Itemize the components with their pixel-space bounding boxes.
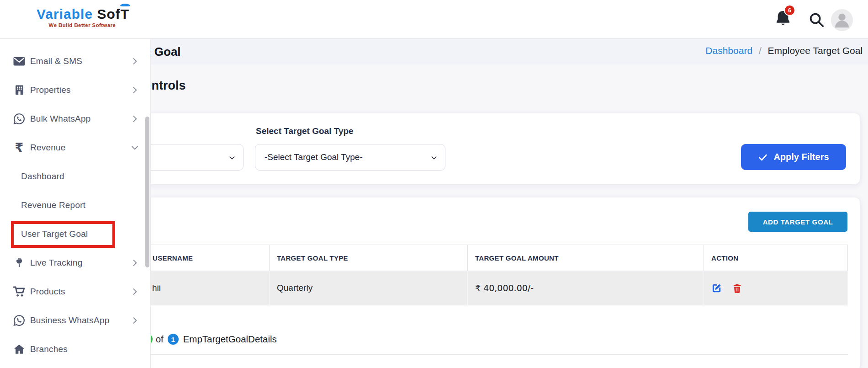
sidebar-item-label: Business WhatsApp — [30, 315, 109, 325]
chevron-right-icon — [130, 258, 139, 267]
column-header-username: USERNAME — [145, 245, 270, 271]
target-goal-table-card: ADD TARGET GOAL USERNAME TARGET GOAL TYP… — [64, 197, 860, 368]
sidebar-item-business-whatsapp[interactable]: Business WhatsApp — [0, 306, 150, 335]
sidebar-item-revenue-dashboard[interactable]: Dashboard — [0, 162, 150, 191]
whatsapp-icon — [12, 112, 26, 126]
table-header-row: USERNAME TARGET GOAL TYPE TARGET GOAL AM… — [145, 245, 848, 271]
table-summary: of 1 EmpTargetGoalDetails — [142, 333, 277, 345]
sidebar-item-products[interactable]: Products — [0, 277, 150, 306]
chevron-right-icon — [130, 287, 139, 296]
chevron-down-icon — [228, 154, 236, 161]
summary-of-text: of — [156, 334, 164, 345]
sidebar-item-label: Products — [30, 287, 65, 297]
breadcrumb-dashboard-link[interactable]: Dashboard — [705, 45, 752, 56]
building-icon — [12, 83, 26, 97]
chevron-right-icon — [130, 57, 139, 66]
sidebar-item-label: Bulk WhatsApp — [30, 114, 91, 124]
count-badge-blue: 1 — [168, 334, 179, 345]
divider — [145, 354, 848, 355]
sidebar-item-label: User Target Goal — [21, 229, 88, 239]
filter-card: Select Target Goal Type -Select Target G… — [64, 113, 860, 184]
notification-count-badge: 6 — [784, 5, 795, 16]
sidebar-item-label: Dashboard — [21, 171, 64, 181]
bell-icon — [774, 21, 792, 29]
chevron-right-icon — [130, 114, 139, 123]
breadcrumb-separator: / — [759, 45, 762, 56]
goal-type-select-value: -Select Target Goal Type- — [255, 152, 363, 162]
logo-cap-accent — [120, 4, 130, 6]
sidebar-item-email-sms[interactable]: Email & SMS — [0, 47, 150, 75]
add-target-goal-button[interactable]: ADD TARGET GOAL — [748, 212, 847, 232]
check-icon — [758, 152, 768, 162]
table-row: hii Quarterly ₹ 40,000.00/- — [145, 271, 848, 305]
chevron-down-icon — [430, 154, 438, 161]
sidebar-item-revenue-report[interactable]: Revenue Report — [0, 191, 150, 219]
sidebar-item-label: Email & SMS — [30, 56, 82, 66]
notifications-button[interactable]: 6 — [774, 9, 795, 30]
top-navbar: Variable SofT We Build Better Software 6 — [0, 0, 868, 39]
app-window: Employee Target Goal Dashboard / Employe… — [0, 0, 868, 368]
envelope-icon — [12, 54, 26, 68]
sidebar-item-label: Live Tracking — [30, 258, 83, 268]
sidebar-item-branches[interactable]: Branches — [0, 335, 150, 363]
chevron-right-icon — [130, 316, 139, 325]
column-header-action: ACTION — [704, 245, 848, 271]
location-pin-icon — [12, 256, 26, 270]
column-header-goal-type: TARGET GOAL TYPE — [270, 245, 468, 271]
logo-text-secondary: SofT — [97, 6, 129, 21]
apply-filters-label: Apply Filters — [773, 152, 829, 162]
sidebar-item-label: Revenue — [30, 143, 65, 153]
sidebar-item-label: Revenue Report — [21, 200, 85, 210]
logo-tagline: We Build Better Software — [37, 22, 128, 28]
cell-actions — [704, 271, 848, 305]
column-header-goal-amount: TARGET GOAL AMOUNT — [468, 245, 704, 271]
cell-username: hii — [145, 271, 270, 305]
person-icon — [832, 9, 852, 31]
sidebar-item-label: Properties — [30, 85, 71, 95]
goal-type-select[interactable]: -Select Target Goal Type- — [255, 144, 445, 171]
chevron-down-icon — [130, 143, 139, 152]
cell-goal-type: Quarterly — [270, 271, 468, 305]
goal-type-label: Select Target Goal Type — [256, 126, 354, 136]
sidebar-item-revenue[interactable]: ₹ Revenue — [0, 133, 150, 162]
app-logo[interactable]: Variable SofT We Build Better Software — [37, 6, 128, 28]
sidebar-item-user-target-goal[interactable]: User Target Goal — [0, 219, 150, 248]
edit-icon[interactable] — [711, 283, 722, 293]
sidebar: Email & SMS Properties Bulk WhatsApp — [0, 39, 151, 368]
summary-entity-label: EmpTargetGoalDetails — [183, 334, 277, 345]
sidebar-item-label: Branches — [30, 344, 68, 354]
breadcrumb: Dashboard / Employee Target Goal — [705, 45, 863, 56]
search-button[interactable] — [808, 11, 825, 28]
sidebar-item-bulk-whatsapp[interactable]: Bulk WhatsApp — [0, 104, 150, 133]
logo-text-primary: Variable — [37, 6, 93, 21]
cell-goal-amount: ₹ 40,000.00/- — [468, 271, 704, 305]
home-icon — [12, 342, 26, 356]
sidebar-scrollbar-thumb[interactable] — [145, 117, 149, 267]
target-goal-table: USERNAME TARGET GOAL TYPE TARGET GOAL AM… — [145, 245, 848, 305]
chevron-right-icon — [130, 85, 139, 95]
delete-icon[interactable] — [732, 283, 742, 293]
user-avatar[interactable] — [831, 9, 853, 31]
apply-filters-button[interactable]: Apply Filters — [741, 144, 846, 170]
whatsapp-icon — [12, 314, 26, 327]
sidebar-item-properties[interactable]: Properties — [0, 75, 150, 104]
breadcrumb-current: Employee Target Goal — [768, 45, 863, 56]
rupee-icon: ₹ — [12, 141, 26, 155]
search-icon — [808, 22, 825, 30]
sidebar-item-live-tracking[interactable]: Live Tracking — [0, 248, 150, 277]
cart-icon — [12, 285, 26, 299]
